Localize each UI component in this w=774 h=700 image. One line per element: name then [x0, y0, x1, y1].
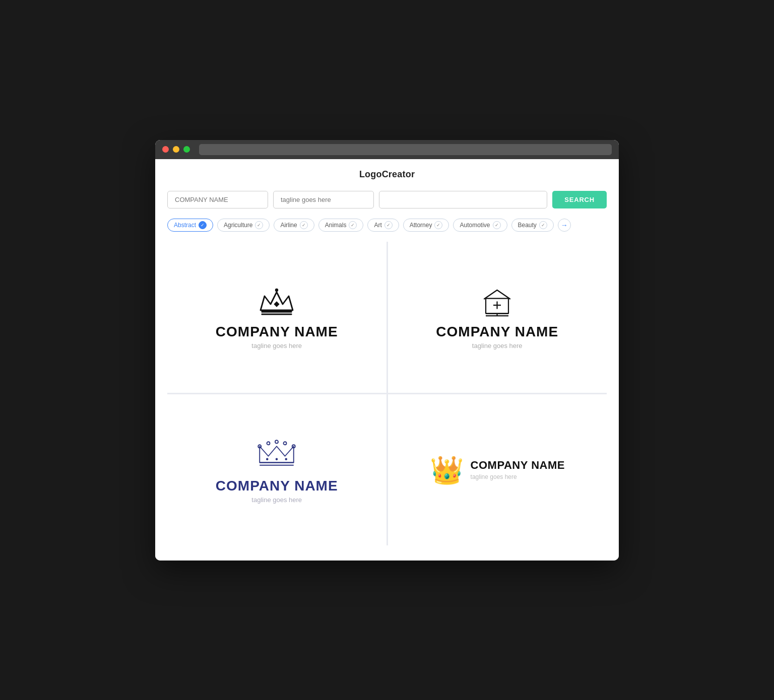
- keyword-input[interactable]: [379, 191, 547, 208]
- search-button[interactable]: SEARCH: [552, 191, 607, 208]
- svg-point-14: [284, 442, 287, 445]
- filter-tag-airline[interactable]: Airline✓: [274, 219, 314, 232]
- logo4-text: COMPANY NAME tagline goes here: [471, 459, 565, 480]
- logo2-company: COMPANY NAME: [436, 324, 558, 340]
- filter-check-icon: ✓: [539, 221, 547, 229]
- filter-check-icon: ✓: [434, 221, 442, 229]
- filter-label: Attorney: [410, 222, 432, 229]
- svg-point-12: [267, 442, 270, 445]
- logo-inner-1: COMPANY NAME tagline goes here: [216, 285, 338, 349]
- svg-point-13: [275, 440, 278, 443]
- maximize-button[interactable]: [183, 146, 190, 153]
- logo-grid: COMPANY NAME tagline goes here: [167, 242, 607, 545]
- logo1-company: COMPANY NAME: [216, 324, 338, 340]
- filter-check-icon: ✓: [349, 221, 357, 229]
- logo3-tagline: tagline goes here: [251, 496, 302, 504]
- filter-label: Animals: [325, 222, 347, 229]
- close-button[interactable]: [162, 146, 169, 153]
- url-bar[interactable]: [199, 144, 612, 155]
- filter-tag-animals[interactable]: Animals✓: [318, 219, 364, 232]
- filter-check-icon: ✓: [199, 221, 207, 229]
- app-title: LogoCreator: [167, 169, 607, 180]
- tagline-input[interactable]: [273, 191, 374, 208]
- search-bar: SEARCH: [167, 191, 607, 208]
- filter-bar: Abstract✓Agriculture✓Airline✓Animals✓Art…: [167, 219, 607, 232]
- filter-check-icon: ✓: [300, 221, 308, 229]
- crown-emoji-icon: 👑: [430, 456, 464, 483]
- svg-rect-2: [262, 310, 292, 313]
- filter-tag-attorney[interactable]: Attorney✓: [403, 219, 449, 232]
- filter-check-icon: ✓: [384, 221, 393, 229]
- svg-rect-4: [274, 301, 280, 307]
- logo1-tagline: tagline goes here: [251, 342, 302, 349]
- filter-tag-abstract[interactable]: Abstract✓: [167, 219, 213, 232]
- minimize-button[interactable]: [173, 146, 179, 153]
- filter-tag-agriculture[interactable]: Agriculture✓: [217, 219, 270, 232]
- filter-label: Airline: [280, 222, 297, 229]
- svg-point-0: [275, 289, 278, 292]
- filter-label: Art: [374, 222, 381, 229]
- logo-inner-4: 👑 COMPANY NAME tagline goes here: [430, 456, 565, 483]
- logo2-tagline: tagline goes here: [472, 342, 523, 349]
- logo4-tagline: tagline goes here: [471, 473, 565, 480]
- logo-card-1[interactable]: COMPANY NAME tagline goes here: [167, 242, 386, 393]
- filter-check-icon: ✓: [255, 221, 263, 229]
- filter-label: Abstract: [174, 222, 196, 229]
- filter-check-icon: ✓: [493, 221, 501, 229]
- filter-tag-beauty[interactable]: Beauty✓: [511, 219, 554, 232]
- filter-label: Automotive: [460, 222, 490, 229]
- logo-inner-2: COMPANY NAME tagline goes here: [436, 285, 558, 349]
- svg-point-19: [266, 458, 269, 460]
- filter-tag-automotive[interactable]: Automotive✓: [453, 219, 507, 232]
- company-name-input[interactable]: [167, 191, 268, 208]
- logo4-company: COMPANY NAME: [471, 459, 565, 472]
- logo-card-3[interactable]: COMPANY NAME tagline goes here: [167, 394, 386, 545]
- browser-window: LogoCreator SEARCH Abstract✓Agriculture✓…: [155, 140, 619, 561]
- svg-point-20: [276, 458, 278, 460]
- logo-card-4[interactable]: 👑 COMPANY NAME tagline goes here: [388, 394, 607, 545]
- svg-rect-3: [262, 313, 292, 315]
- filter-next-button[interactable]: →: [558, 219, 571, 232]
- crown-colored-icon: [254, 436, 299, 474]
- filter-label: Beauty: [518, 222, 537, 229]
- cross-building-icon: [478, 285, 516, 320]
- svg-marker-1: [261, 292, 293, 310]
- browser-titlebar: [155, 140, 619, 159]
- filter-tag-art[interactable]: Art✓: [367, 219, 399, 232]
- crown-black-icon: [256, 285, 297, 320]
- logo-card-2[interactable]: COMPANY NAME tagline goes here: [388, 242, 607, 393]
- logo-inner-3: COMPANY NAME tagline goes here: [216, 436, 338, 504]
- logo3-company: COMPANY NAME: [216, 478, 338, 494]
- app-container: LogoCreator SEARCH Abstract✓Agriculture✓…: [155, 159, 619, 561]
- svg-point-21: [285, 458, 288, 460]
- filter-label: Agriculture: [224, 222, 252, 229]
